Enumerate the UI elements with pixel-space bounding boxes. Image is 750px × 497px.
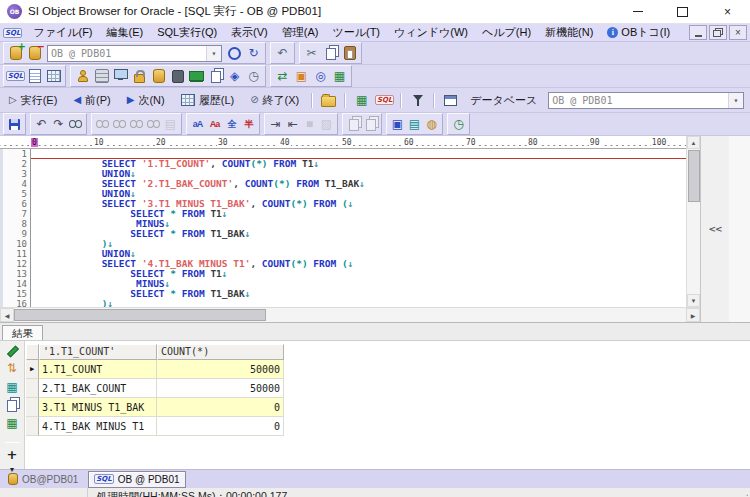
menu-item[interactable]: ヘルプ(H)	[475, 24, 538, 41]
code-line[interactable]: SELECT * FROM T1_BAK↓	[33, 219, 686, 229]
result-row[interactable]: ▶ 1.T1_COUNT 50000	[26, 360, 284, 379]
memory-icon[interactable]	[187, 67, 206, 85]
row-marker[interactable]	[26, 398, 39, 417]
result-label-cell[interactable]: 3.T1 MINUS T1_BAK	[39, 398, 157, 417]
comment-block-button[interactable]: ■	[301, 115, 318, 133]
undo-button[interactable]: ↶	[33, 115, 50, 133]
resize-grip[interactable]	[737, 493, 749, 497]
code-line[interactable]: UNION↓	[33, 239, 686, 249]
scroll-down-button[interactable]: ▼	[687, 294, 700, 307]
code-line[interactable]: SELECT * FROM T1↓	[33, 199, 686, 209]
session-combo[interactable]: OB @ PDB01 ▾	[47, 45, 222, 62]
menu-item[interactable]: ファイル(F)	[26, 24, 99, 41]
previous-button[interactable]: ◀ 前(P)	[67, 90, 116, 110]
export-grid-button[interactable]: ▦	[3, 380, 22, 394]
to-hankaku-button[interactable]: 半	[240, 115, 257, 133]
window-layout-button[interactable]: ▤	[406, 115, 423, 133]
redo-button[interactable]: ↷	[50, 115, 67, 133]
window-tab-sql[interactable]: SQL OB @ PDB01	[88, 471, 185, 488]
uncomment-block-button[interactable]: ▨	[318, 115, 335, 133]
remove-session-button[interactable]: −	[25, 44, 44, 62]
code-line[interactable]: MINUS↓	[33, 269, 686, 279]
menu-item[interactable]: ツール(T)	[325, 24, 387, 41]
menu-item[interactable]: 管理(A)	[275, 24, 326, 41]
window-option-button[interactable]: ▣	[389, 115, 406, 133]
combo-arrow-icon[interactable]: ▾	[206, 46, 221, 61]
result-row[interactable]: 4.T1_BAK MINUS T1 0	[26, 417, 284, 436]
collapse-panel-button[interactable]: <<	[700, 136, 729, 322]
column-header[interactable]: COUNT(*)	[157, 344, 284, 360]
code-line[interactable]: SELECT * FROM T1_BAK↓	[33, 279, 686, 289]
redo-log-icon[interactable]	[206, 67, 225, 85]
code-line[interactable]: UNION↓	[33, 159, 686, 169]
scroll-up-button[interactable]: ▲	[687, 136, 700, 149]
copy-result-button[interactable]	[3, 399, 22, 411]
result-label-cell[interactable]: 2.T1_BAK_COUNT	[39, 379, 157, 398]
vertical-scroll-thumb[interactable]	[688, 150, 700, 202]
mdi-restore-button[interactable]	[709, 25, 727, 40]
paste-button[interactable]	[340, 44, 359, 62]
menu-item[interactable]: 新機能(N)	[538, 24, 600, 41]
result-value-cell[interactable]: 50000	[157, 379, 284, 398]
result-row[interactable]: 2.T1_BAK_COUNT 50000	[26, 379, 284, 398]
filter-button[interactable]	[408, 91, 427, 109]
tablespace-icon[interactable]	[149, 67, 168, 85]
code-line[interactable]: )↓	[33, 229, 686, 239]
add-session-button[interactable]: +	[6, 44, 25, 62]
segment-icon[interactable]	[168, 67, 187, 85]
result-label-cell[interactable]: 4.T1_BAK MINUS T1	[39, 417, 157, 436]
cut-button[interactable]: ✂	[302, 44, 321, 62]
history-button[interactable]: 履歴(L)	[175, 90, 240, 110]
row-marker[interactable]: ▶	[26, 360, 39, 379]
menu-item[interactable]: ウィンドウ(W)	[387, 24, 475, 41]
window-color-button[interactable]: ◍	[423, 115, 440, 133]
horizontal-scroll-track[interactable]	[14, 308, 686, 322]
sqlplus-button[interactable]: SQL	[375, 91, 394, 109]
code-line[interactable]: SELECT '3.T1 MINUS T1_BAK', COUNT(*) FRO…	[33, 189, 686, 199]
exec-time-button[interactable]: ◷	[450, 115, 467, 133]
sort-button[interactable]: ⇅	[3, 361, 22, 375]
horizontal-scroll-thumb[interactable]	[14, 309, 266, 321]
server-icon[interactable]	[92, 67, 111, 85]
row-marker[interactable]	[26, 417, 39, 436]
scroll-right-button[interactable]: ▶	[686, 308, 700, 322]
sql-editor[interactable]: 12345678910111213141516 SELECT '1.T1_COU…	[0, 149, 686, 307]
result-label-cell[interactable]: 1.T1_COUNT	[39, 360, 157, 379]
reconnect-button[interactable]: ↻	[244, 44, 263, 62]
db-window-button[interactable]	[441, 91, 460, 109]
to-zenkaku-button[interactable]: 全	[223, 115, 240, 133]
copy-append-button[interactable]	[345, 115, 362, 133]
lock-icon[interactable]	[130, 67, 149, 85]
add-row-button[interactable]: +	[3, 448, 22, 461]
execute-button[interactable]: ▷ 実行(E)	[3, 90, 63, 110]
data-import-icon[interactable]: ▣	[292, 67, 311, 85]
menu-item[interactable]: 編集(E)	[100, 24, 151, 41]
code-line[interactable]: SELECT * FROM T1↓	[33, 259, 686, 269]
replace-button[interactable]	[145, 115, 162, 133]
save-grid-button[interactable]: ▦	[3, 416, 22, 430]
table-designer-icon[interactable]: ▦	[330, 67, 349, 85]
cut-append-button[interactable]	[362, 115, 379, 133]
copy-button[interactable]	[321, 44, 340, 62]
code-line[interactable]: UNION↓	[33, 179, 686, 189]
horizontal-scrollbar[interactable]: ◀ ▶	[0, 307, 700, 322]
to-lowercase-button[interactable]: Aa	[206, 115, 223, 133]
maximize-button[interactable]	[660, 0, 705, 23]
result-value-cell[interactable]: 0	[157, 417, 284, 436]
menu-item[interactable]: SQL実行(Q)	[150, 24, 224, 41]
unindent-button[interactable]: ⇤	[284, 115, 301, 133]
undo-connection-button[interactable]: ↶	[273, 44, 292, 62]
save-button[interactable]	[6, 115, 23, 133]
sql-execute-window-icon[interactable]: SQL	[6, 67, 25, 85]
edit-mode-button[interactable]	[3, 344, 22, 356]
code-line[interactable]: )↓	[33, 289, 686, 299]
recycle-bin-icon[interactable]: ◈	[225, 67, 244, 85]
menu-item[interactable]: i OBトコ(I)	[600, 24, 677, 41]
code-line[interactable]: SELECT '4.T1_BAK MINUS T1', COUNT(*) FRO…	[33, 249, 686, 259]
database-combo[interactable]: OB @ PDB01 ▾	[548, 92, 744, 109]
session-monitor-icon[interactable]	[111, 67, 130, 85]
result-row[interactable]: 3.T1 MINUS T1_BAK 0	[26, 398, 284, 417]
combo-arrow-icon[interactable]: ▾	[728, 93, 743, 108]
indent-button[interactable]: ⇥	[267, 115, 284, 133]
result-tab[interactable]: 結果	[2, 325, 43, 340]
